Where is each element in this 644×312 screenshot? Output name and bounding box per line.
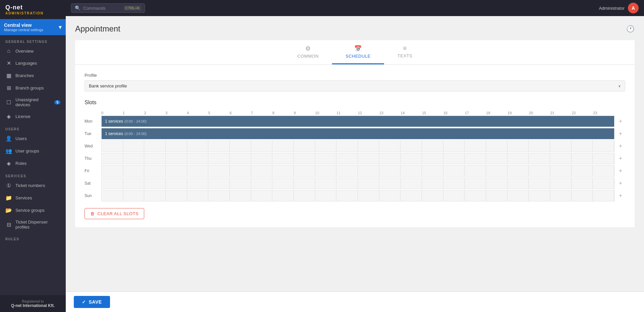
tab-texts[interactable]: ≡ TEXTS [384,40,426,64]
slot-block[interactable]: 1 services(0:00 - 24:00) [102,128,614,139]
save-button[interactable]: ✓ SAVE [74,296,110,308]
sidebar-item-label: Service groups [15,208,60,213]
grid-line-cell [208,141,230,151]
add-slot-button[interactable]: + [614,180,625,187]
grid-lines [102,141,614,151]
central-view-subtitle: Manage central settings [4,28,43,32]
grid-line-cell [486,153,507,164]
sidebar-item-label: Services [15,195,60,200]
grid-line-cell [443,166,465,176]
central-view-button[interactable]: Central view Manage central settings ▾ [0,19,66,35]
branch-icon: ▦ [5,72,12,79]
add-slot-button[interactable]: + [614,155,625,162]
registered-to-label: Registered to [5,299,60,303]
add-slot-button[interactable]: + [614,118,625,125]
section-label-general: GENERAL SETTINGS [0,35,66,45]
schedule-day-row: Tue1 services(0:00 - 24:00)+ [85,128,625,139]
sidebar-item-ticket-numbers[interactable]: ① Ticket numbers [0,179,66,192]
grid-line-cell [166,166,187,176]
grid-line-cell [529,141,550,151]
day-grid-cell[interactable]: 1 services(0:00 - 24:00) [101,128,614,139]
grid-line-cell [251,141,273,151]
grid-line-cell [230,141,251,151]
grid-line-cell [251,190,273,201]
schedule-tab-icon: 📅 [354,45,362,52]
add-slot-button[interactable]: + [614,192,625,199]
grid-line-cell [187,166,209,176]
search-placeholder: Commands [83,6,105,11]
topbar: 🔍 Commands CTRL+K Administrator A [66,0,644,16]
grid-line-cell [230,153,251,164]
sidebar-item-service-groups[interactable]: 📂 Service groups [0,204,66,216]
add-slot-button[interactable]: + [614,143,625,150]
grid-line-cell [422,166,443,176]
grid-line-cell [251,166,273,176]
sidebar-item-branches[interactable]: ▦ Branches [0,69,66,82]
grid-line-cell [572,190,593,201]
grid-line-cell [208,190,230,201]
sidebar-item-label: License [15,114,60,119]
grid-line-cell [187,153,209,164]
slot-time: (0:00 - 24:00) [124,132,147,136]
sidebar-item-license[interactable]: ◈ License [0,110,66,123]
grid-line-cell [572,166,593,176]
user-groups-icon: 👥 [5,148,12,154]
clear-all-slots-button[interactable]: 🗑 CLEAR ALL SLOTS [85,208,144,219]
day-rows-container: Mon1 services(0:00 - 24:00)+Tue1 service… [85,116,625,201]
sidebar-item-unassigned-devices[interactable]: ☐ Unassigned devices 5 [0,94,66,110]
grid-lines [102,190,614,201]
tab-schedule[interactable]: 📅 SCHEDULE [332,40,384,64]
sidebar-logo: Q-net ADMINISTRATION [0,0,66,19]
sidebar-item-overview[interactable]: ⌂ Overview [0,45,66,57]
grid-line-cell [123,166,145,176]
grid-line-cell [166,141,187,151]
add-slot-button[interactable]: + [614,168,625,175]
schedule-day-row: Sat+ [85,178,625,189]
schedule-day-row: Mon1 services(0:00 - 24:00)+ [85,116,625,127]
day-label: Thu [85,156,101,161]
sidebar-item-label: Unassigned devices [15,97,51,107]
add-slot-button[interactable]: + [614,130,625,137]
grid-line-cell [272,166,294,176]
hour-label: 2 [144,111,166,115]
schedule-day-row: Thu+ [85,153,625,164]
hour-label: 0 [101,111,123,115]
grid-line-cell [294,141,315,151]
profile-select[interactable]: Bank service profile [85,80,625,91]
sidebar-item-roles[interactable]: ◈ Roles [0,157,66,170]
sidebar-item-label: Roles [15,161,60,166]
hour-label: 13 [379,111,401,115]
grid-line-cell [315,141,337,151]
sidebar-item-services[interactable]: 📁 Services [0,192,66,204]
history-icon[interactable]: 🕐 [626,25,635,33]
grid-line-cell [379,141,401,151]
sidebar-item-users[interactable]: 👤 Users [0,132,66,145]
grid-line-cell [230,190,251,201]
section-label-users: USERS [0,123,66,132]
grid-line-cell [507,178,529,189]
hour-label: 22 [572,111,593,115]
sidebar-item-branch-groups[interactable]: ⊞ Branch groups [0,82,66,94]
grid-line-cell [315,178,337,189]
search-box[interactable]: 🔍 Commands CTRL+K [71,3,145,13]
tab-common-label: COMMON [298,54,319,59]
sidebar-item-user-groups[interactable]: 👥 User groups [0,145,66,157]
tab-common[interactable]: ⚙ COMMON [284,40,332,64]
slot-block[interactable]: 1 services(0:00 - 24:00) [102,116,614,127]
avatar[interactable]: A [628,3,639,13]
content-area: Appointment 🕐 ⚙ COMMON 📅 SCHEDULE ≡ TEXT… [66,16,644,292]
hour-label: 7 [251,111,272,115]
sidebar-item-languages[interactable]: ✕ Languages [0,57,66,69]
sidebar-item-ticket-dispenser[interactable]: ⊟ Ticket Dispenser profiles [0,216,66,233]
grid-line-cell [529,178,550,189]
day-grid-cell [101,190,614,201]
grid-line-cell [593,153,614,164]
day-grid-cell[interactable]: 1 services(0:00 - 24:00) [101,116,614,127]
grid-line-cell [379,190,401,201]
grid-line-cell [465,178,486,189]
grid-line-cell [102,153,123,164]
grid-line-cell [486,166,507,176]
grid-line-cell [593,190,614,201]
hour-label: 16 [443,111,465,115]
grid-line-cell [358,178,379,189]
